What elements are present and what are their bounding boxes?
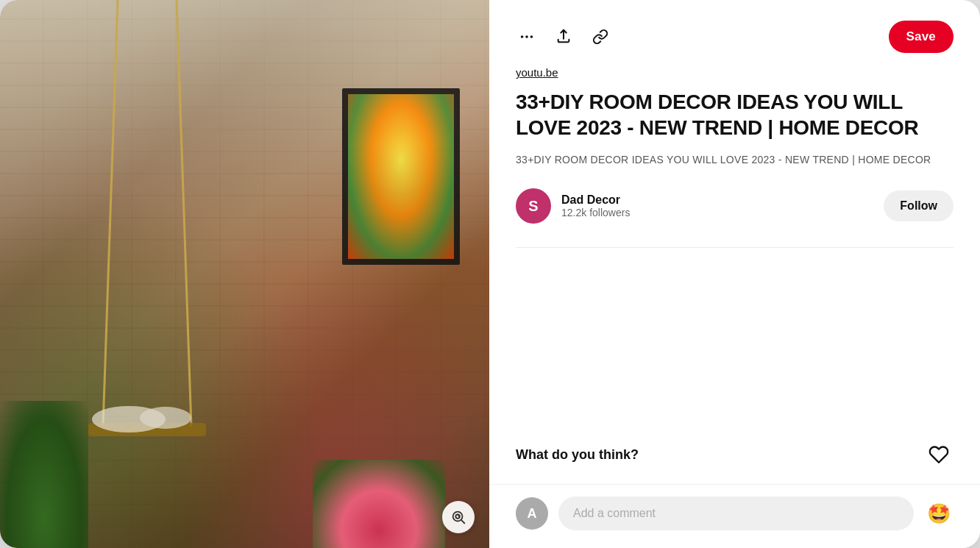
pin-image-panel [0,0,489,548]
creator-info: Dad Decor 12.2k followers [561,193,873,218]
action-icons-group [516,26,611,48]
reaction-label: What do you think? [516,447,639,463]
share-button[interactable] [553,26,575,48]
pin-title: 33+DIY ROOM DECOR IDEAS YOU WILL LOVE 20… [516,89,954,140]
pin-detail-panel: Save youtu.be 33+DIY ROOM DECOR IDEAS YO… [489,0,980,548]
link-button[interactable] [589,26,611,48]
detail-scroll-area[interactable]: Save youtu.be 33+DIY ROOM DECOR IDEAS YO… [489,0,980,440]
creator-row: S Dad Decor 12.2k followers Follow [516,188,954,224]
svg-point-9 [530,35,533,38]
heart-reaction-button[interactable] [924,440,954,469]
follow-button[interactable]: Follow [884,191,954,221]
pin-image [0,0,489,548]
save-button[interactable]: Save [889,21,954,53]
comment-user-avatar: A [516,497,548,530]
creator-name: Dad Decor [561,193,873,207]
visual-search-button[interactable] [442,501,475,533]
section-divider [516,247,954,248]
emoji-button[interactable]: 🤩 [924,501,954,526]
comment-input[interactable] [558,497,914,530]
reaction-row: What do you think? [489,440,980,469]
top-action-bar: Save [516,21,954,53]
creator-followers: 12.2k followers [561,207,873,218]
svg-point-7 [521,35,524,38]
pin-description: 33+DIY ROOM DECOR IDEAS YOU WILL LOVE 20… [516,152,954,168]
svg-point-8 [525,35,528,38]
source-link[interactable]: youtu.be [516,66,558,79]
more-options-button[interactable] [516,26,538,48]
comment-row: A 🤩 [489,484,980,548]
pin-modal: Save youtu.be 33+DIY ROOM DECOR IDEAS YO… [0,0,980,548]
creator-avatar: S [516,188,551,224]
